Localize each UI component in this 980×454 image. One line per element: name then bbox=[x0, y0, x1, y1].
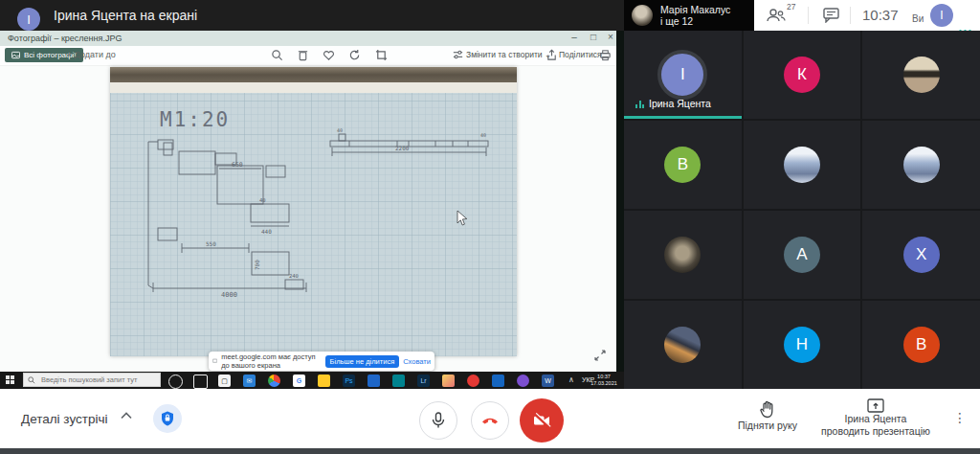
avatar-photo bbox=[784, 147, 820, 183]
indesign-icon[interactable] bbox=[492, 375, 504, 387]
delete-icon[interactable] bbox=[297, 49, 309, 61]
avatar-photo bbox=[664, 237, 701, 273]
mic-icon bbox=[432, 412, 445, 429]
lightroom-icon[interactable]: Lr bbox=[417, 375, 430, 387]
store-icon[interactable]: ▢ bbox=[218, 375, 231, 387]
participant-tile[interactable]: К bbox=[744, 31, 861, 119]
add-to-button[interactable]: + Додати до bbox=[67, 50, 116, 59]
notification-text: meet.google.com має доступ до вашого екр… bbox=[221, 352, 321, 370]
presenting-status[interactable]: Ірина Яцента проводить презентацію bbox=[809, 398, 943, 438]
svg-text:550: 550 bbox=[206, 240, 216, 247]
app-teal-icon[interactable] bbox=[392, 375, 405, 387]
participants-icon[interactable] bbox=[766, 8, 787, 23]
desk-edge bbox=[110, 67, 517, 82]
avatar-photo bbox=[903, 147, 940, 183]
raise-hand-button[interactable]: Підняти руку bbox=[729, 400, 806, 432]
edit-create-icon bbox=[452, 49, 464, 61]
task-view-icon[interactable] bbox=[193, 375, 208, 389]
meet-control-bar: Деталі зустрічі Піднят bbox=[0, 389, 980, 448]
participant-tile[interactable] bbox=[624, 301, 742, 389]
participants-count: 27 bbox=[787, 2, 795, 11]
search-icon bbox=[28, 376, 35, 384]
meeting-safety-button[interactable] bbox=[153, 404, 182, 433]
avatar: І bbox=[657, 50, 707, 100]
google-icon[interactable]: G bbox=[293, 375, 305, 387]
svg-text:440: 440 bbox=[261, 228, 272, 235]
participant-tile[interactable]: Х bbox=[862, 211, 980, 299]
camera-off-icon bbox=[532, 413, 551, 428]
screen-share-area: Фотографії – креслення.JPG – □ × Всі фот… bbox=[0, 31, 616, 372]
cortana-icon[interactable] bbox=[168, 375, 183, 389]
participant-tile[interactable]: Н bbox=[744, 301, 861, 389]
mic-button[interactable] bbox=[419, 401, 457, 440]
window-maximize-button[interactable]: □ bbox=[586, 32, 601, 42]
participant-tile[interactable]: А bbox=[744, 211, 861, 299]
favorite-icon[interactable] bbox=[323, 49, 335, 61]
photoshop-icon[interactable]: Ps bbox=[343, 375, 355, 387]
stop-sharing-button[interactable]: Більше не ділитися bbox=[325, 355, 400, 368]
speaking-underline bbox=[624, 116, 742, 119]
account-avatar[interactable]: І bbox=[930, 4, 953, 27]
overlay-name: Марія Макалус bbox=[660, 4, 730, 15]
leave-call-button[interactable] bbox=[471, 401, 509, 440]
svg-text:4000: 4000 bbox=[221, 291, 237, 299]
header-clock: 10:37 bbox=[862, 7, 899, 23]
call-end-icon bbox=[480, 416, 500, 425]
edit-create-button[interactable]: Змінити та створити ⌄ bbox=[466, 50, 551, 59]
more-options-icon[interactable]: ⋮ bbox=[953, 410, 967, 425]
presenter-avatar: І bbox=[17, 8, 40, 31]
participant-tile[interactable] bbox=[862, 31, 980, 119]
avatar: А bbox=[784, 237, 820, 273]
avatar: В bbox=[903, 327, 940, 363]
mail-icon[interactable]: ✉ bbox=[243, 375, 256, 387]
start-button[interactable] bbox=[6, 375, 15, 385]
participant-tile-speaker[interactable]: І Ірина Яцента bbox=[624, 31, 742, 119]
acrobat-icon[interactable] bbox=[467, 375, 479, 387]
expand-icon[interactable] bbox=[593, 349, 607, 362]
taskbar-search[interactable] bbox=[23, 373, 161, 387]
file-explorer-icon[interactable] bbox=[318, 375, 330, 387]
participant-tile[interactable]: В bbox=[624, 121, 742, 209]
browser-title: Фотографії – креслення.JPG bbox=[8, 34, 122, 43]
participant-tile[interactable]: В bbox=[862, 301, 980, 389]
crop-icon[interactable] bbox=[375, 49, 388, 61]
svg-text:40: 40 bbox=[337, 127, 343, 133]
avatar-photo bbox=[903, 57, 940, 93]
photo-icon bbox=[11, 51, 20, 59]
browser-title-bar: Фотографії – креслення.JPG – □ × bbox=[0, 31, 616, 46]
shield-lock-icon bbox=[161, 411, 174, 426]
tray-clock[interactable]: 10:37 17.03.2021 bbox=[586, 374, 622, 387]
viber-icon[interactable] bbox=[517, 375, 529, 387]
chevron-up-icon[interactable] bbox=[121, 412, 132, 420]
participant-tile[interactable] bbox=[744, 121, 861, 209]
search-input[interactable] bbox=[39, 375, 158, 385]
zoom-icon[interactable] bbox=[271, 49, 283, 61]
windows-taskbar: ▢ ✉ G Ps Lr W ∧ УКР 10:37 17.03.2021 bbox=[0, 372, 624, 389]
hide-notification-link[interactable]: Сховати bbox=[403, 357, 431, 366]
participants-overlay-label: Марія Макалус і ще 12 bbox=[624, 0, 754, 31]
window-minimize-button[interactable]: – bbox=[567, 32, 582, 42]
raise-hand-icon bbox=[759, 400, 776, 420]
app-blue-icon[interactable] bbox=[368, 375, 380, 387]
avatar-photo bbox=[664, 327, 701, 363]
meeting-details-button[interactable]: Деталі зустрічі bbox=[21, 412, 107, 426]
present-icon bbox=[867, 398, 884, 413]
svg-text:650: 650 bbox=[232, 161, 243, 169]
participant-tile[interactable] bbox=[624, 211, 742, 299]
screen-share-notification: meet.google.com має доступ до вашого екр… bbox=[209, 352, 434, 371]
avatar: В bbox=[664, 147, 701, 183]
chat-icon[interactable] bbox=[823, 8, 840, 23]
share-button[interactable]: Поділитися bbox=[559, 50, 602, 59]
photos-app-icon[interactable] bbox=[442, 375, 455, 387]
chrome-icon[interactable] bbox=[268, 375, 280, 387]
rotate-icon[interactable] bbox=[348, 49, 361, 61]
display-icon bbox=[212, 357, 217, 365]
photos-toolbar: Всі фотографії + Додати до bbox=[0, 46, 616, 66]
svg-text:40: 40 bbox=[480, 132, 486, 138]
print-icon[interactable] bbox=[599, 49, 612, 61]
camera-off-button[interactable] bbox=[520, 398, 564, 443]
scale-label: М1:20 bbox=[160, 108, 230, 131]
overlay-more: і ще 12 bbox=[660, 15, 730, 27]
participant-tile[interactable] bbox=[862, 121, 980, 209]
word-icon[interactable]: W bbox=[542, 375, 554, 387]
